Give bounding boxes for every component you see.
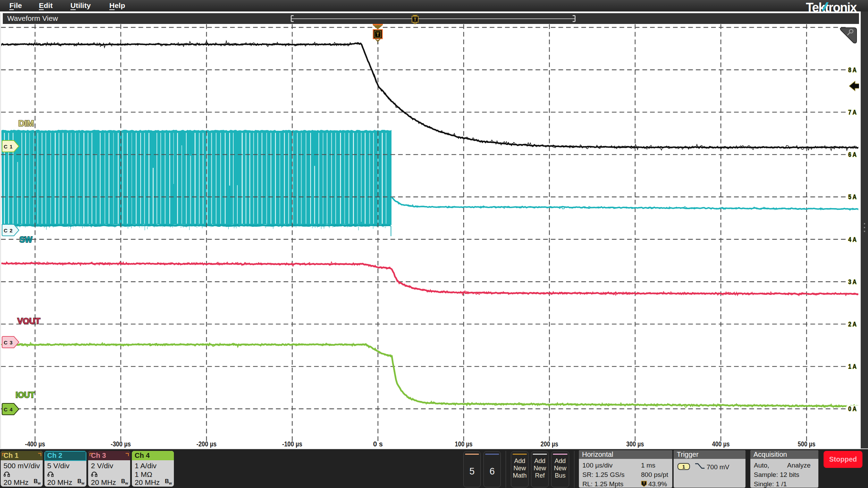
- svg-text:C 4: C 4: [4, 406, 13, 412]
- svg-text:-200 µs: -200 µs: [196, 440, 217, 448]
- svg-text:1 A: 1 A: [848, 363, 857, 370]
- svg-text:C 1: C 1: [4, 144, 13, 149]
- svg-text:-300 µs: -300 µs: [111, 440, 131, 448]
- svg-text:300 µs: 300 µs: [626, 440, 644, 448]
- svg-text:-100 µs: -100 µs: [282, 440, 302, 448]
- svg-text:0 A: 0 A: [848, 405, 857, 412]
- svg-text:200 µs: 200 µs: [541, 440, 558, 448]
- svg-text:8 A: 8 A: [848, 66, 857, 74]
- svg-text:6 A: 6 A: [848, 151, 857, 158]
- svg-text:0 s: 0 s: [373, 440, 383, 448]
- svg-text:IOUT: IOUT: [16, 391, 35, 400]
- svg-text:T: T: [414, 17, 416, 22]
- svg-text:500 µs: 500 µs: [798, 440, 816, 448]
- svg-text:3 A: 3 A: [848, 278, 857, 285]
- svg-text:-400 µs: -400 µs: [25, 440, 45, 448]
- svg-text:5 A: 5 A: [848, 193, 857, 200]
- svg-text:4 A: 4 A: [848, 236, 857, 243]
- svg-text:100 µs: 100 µs: [455, 440, 473, 448]
- svg-text:7 A: 7 A: [848, 109, 857, 116]
- svg-text:VOUT: VOUT: [17, 317, 40, 326]
- svg-text:C 3: C 3: [4, 340, 13, 345]
- svg-text:T: T: [376, 31, 379, 37]
- svg-text:400 µs: 400 µs: [712, 440, 730, 448]
- svg-text:SW: SW: [19, 235, 32, 244]
- svg-text:2 A: 2 A: [848, 320, 857, 328]
- svg-text:T: T: [643, 481, 645, 485]
- svg-text:C 2: C 2: [4, 228, 13, 233]
- svg-text:DIM: DIM: [18, 119, 34, 128]
